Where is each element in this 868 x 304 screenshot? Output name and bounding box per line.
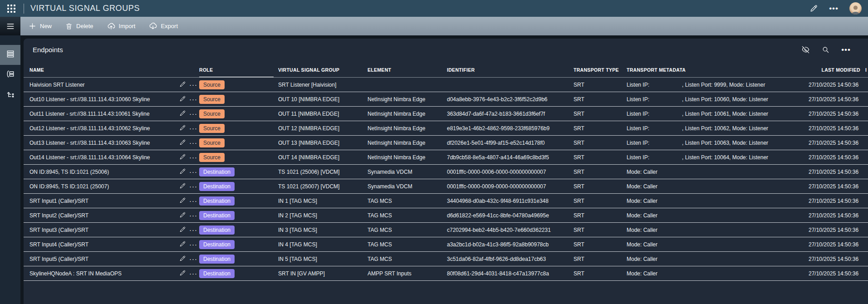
cell-identifier: 80f08d61-29d4-4031-8418-c47a13977c8a [447,270,574,277]
cell-role: Destination [199,226,278,235]
panel-title: Endpoints [33,46,63,54]
row-more-icon[interactable]: ··· [189,112,197,116]
row-more-icon[interactable]: ··· [189,272,197,275]
row-more-icon[interactable]: ··· [189,214,197,217]
row-more-icon[interactable]: ··· [189,127,197,130]
row-more-icon[interactable]: ··· [189,257,197,261]
row-edit-icon[interactable] [179,139,186,147]
cell-last-modified: 27/10/2025 14:50:36 [809,140,861,146]
row-more-icon[interactable]: ··· [189,228,197,232]
cell-virtual-signal-group: TS 1021 (25007) [VDCM] [278,183,368,190]
delete-button[interactable]: Delete [65,23,93,30]
row-more-icon[interactable]: ··· [189,199,197,203]
column-header-last-modified[interactable]: LAST MODIFIED [809,67,861,73]
table-row[interactable]: SRT Input1 (Caller)/SRT···DestinationIN … [24,194,868,208]
ellipsis-icon[interactable]: ••• [841,48,851,52]
row-actions: ··· [179,197,199,205]
row-actions: ··· [179,240,199,249]
row-edit-icon[interactable] [179,211,186,220]
cell-role: Destination [199,269,278,278]
sidebar-item-flows[interactable] [0,85,20,105]
role-badge: Source [199,138,225,147]
cell-name: SRT Input5 (Caller)/SRT [29,256,179,262]
row-edit-icon[interactable] [179,153,186,162]
cell-element: NetInsight Nimbra Edge [368,154,447,161]
cell-transport-metadata: Mode: Caller [627,169,809,175]
row-more-icon[interactable]: ··· [189,83,197,87]
meta-label: Mode: Caller [627,198,682,204]
import-button[interactable]: Import [107,22,136,30]
search-icon[interactable] [822,46,829,54]
cell-identifier: 363d84d7-da6f-47a2-b183-3661d3f6ef7f [447,111,574,117]
table-row[interactable]: SRT Input2 (Caller)/SRT···DestinationIN … [24,208,868,223]
cell-last-modified: 27/10/2025 14:50:36 [809,241,861,248]
row-edit-icon[interactable] [179,95,186,103]
row-more-icon[interactable]: ··· [189,141,197,145]
cell-transport-metadata: Mode: Caller [627,227,809,233]
row-edit-icon[interactable] [179,255,186,263]
row-more-icon[interactable]: ··· [189,98,197,101]
table-row[interactable]: ON ID:8945, TS ID:1021 (25006)···Destina… [24,165,868,179]
table-row[interactable]: SRT Input3 (Caller)/SRT···DestinationIN … [24,223,868,237]
cell-role: Destination [199,167,278,177]
more-options-icon[interactable]: ••• [829,6,839,11]
cell-virtual-signal-group: OUT 14 [NIMBRA EDGE] [278,154,368,161]
meta-label: Listen IP: [627,82,682,88]
eye-off-icon[interactable] [801,45,810,54]
sidebar-item-groups[interactable] [0,65,20,85]
cell-element: NetInsight Nimbra Edge [368,125,447,132]
meta-label: Mode: Caller [627,183,682,190]
table-row[interactable]: Haivision SRT Listener···SourceSRT Liste… [24,78,868,92]
row-edit-icon[interactable] [179,240,186,249]
column-header-transport-type[interactable]: TRANSPORT TYPE [574,67,627,73]
edit-icon[interactable] [809,4,818,13]
row-edit-icon[interactable] [179,81,186,89]
cell-element: NetInsight Nimbra Edge [368,111,447,117]
table-row[interactable]: SRT Input4 (Caller)/SRT···DestinationIN … [24,237,868,252]
row-edit-icon[interactable] [179,226,186,234]
row-more-icon[interactable]: ··· [189,243,197,246]
avatar[interactable] [849,2,862,15]
row-edit-icon[interactable] [179,182,186,191]
cell-transport-type: SRT [574,111,627,117]
cell-name: Out10 Listener - srt://38.111.114.43:100… [29,96,179,103]
table-row[interactable]: SRT Input5 (Caller)/SRT···DestinationIN … [24,252,868,266]
table-row[interactable]: Out14 Listener - srt://38.111.114.43:100… [24,150,868,165]
table-row[interactable]: SkylineHQNodeA : SRT IN MediaOPS···Desti… [24,266,868,281]
column-header-name[interactable]: NAME [29,67,199,73]
cell-role: Source [199,95,278,104]
cell-identifier: c7202994-beb2-44b5-b420-7e660d362231 [447,227,574,233]
column-header-truncated[interactable]: I [861,67,868,73]
hamburger-menu-icon[interactable] [0,17,20,35]
row-edit-icon[interactable] [179,110,186,118]
column-header-identifier[interactable]: IDENTIFIER [447,67,574,73]
column-header-role[interactable]: ROLE [199,62,278,77]
row-edit-icon[interactable] [179,270,186,278]
cell-virtual-signal-group: IN 2 [TAG MCS] [278,212,368,219]
column-header-element[interactable]: ELEMENT [368,67,447,73]
meta-label: Listen IP: [627,111,682,117]
table-row[interactable]: Out11 Listener - srt://38.111.114.43:100… [24,107,868,121]
row-more-icon[interactable]: ··· [189,170,197,174]
column-header-virtual-signal-group[interactable]: VIRTUAL SIGNAL GROUP [278,67,368,73]
row-edit-icon[interactable] [179,197,186,205]
cell-role: Destination [199,240,278,249]
cell-transport-metadata: Listen IP:, Listen Port: 10064, Mode: Li… [627,154,809,161]
row-edit-icon[interactable] [179,124,186,132]
meta-rest: , Listen Port: 10060, Mode: Listener [682,96,768,103]
table-header: NAME ROLE VIRTUAL SIGNAL GROUP ELEMENT I… [24,62,868,78]
table-row[interactable]: Out13 Listener - srt://38.111.114.43:100… [24,136,868,150]
row-more-icon[interactable]: ··· [189,156,197,159]
sidebar-item-endpoints[interactable] [0,45,20,65]
table-row[interactable]: Out10 Listener - srt://38.111.114.43:100… [24,92,868,107]
row-edit-icon[interactable] [179,168,186,176]
table-row[interactable]: Out12 Listener - srt://38.111.114.43:100… [24,121,868,136]
cell-element: Synamedia VDCM [368,169,447,175]
table-row[interactable]: ON ID:8945, TS ID:1021 (25007)···Destina… [24,179,868,194]
export-button[interactable]: Export [149,22,178,30]
app-launcher-icon[interactable] [5,2,18,15]
new-button[interactable]: New [29,22,52,30]
cell-last-modified: 27/10/2025 14:50:36 [809,169,861,175]
column-header-transport-metadata[interactable]: TRANSPORT METADATA [627,67,809,73]
row-more-icon[interactable]: ··· [189,185,197,188]
